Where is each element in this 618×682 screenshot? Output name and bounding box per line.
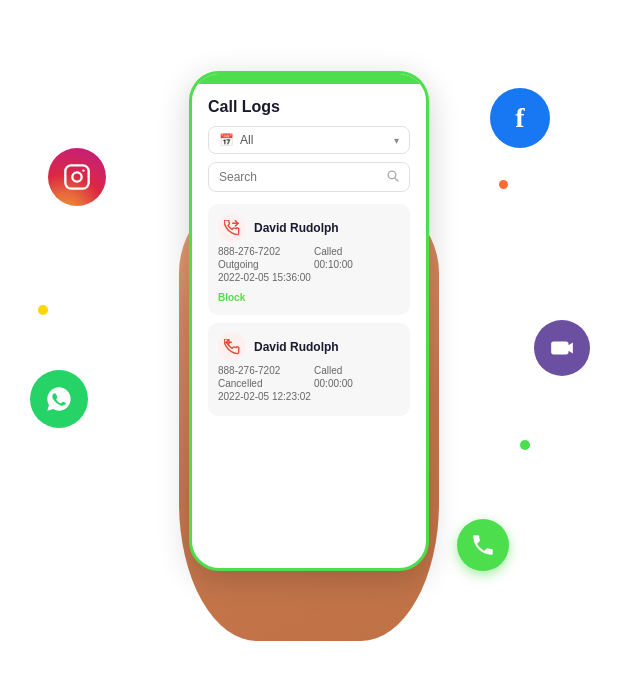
instagram-icon bbox=[48, 148, 106, 206]
block-button-1[interactable]: Block bbox=[218, 292, 245, 303]
status-label-1: Called bbox=[314, 246, 342, 257]
direction-label-2: Cancelled bbox=[218, 378, 298, 389]
svg-point-2 bbox=[82, 169, 84, 171]
filter-label: All bbox=[240, 133, 388, 147]
call-entry-2: David Rudolph 888-276-7202 Called Cancel… bbox=[208, 323, 410, 416]
svg-line-4 bbox=[395, 178, 398, 181]
filter-dropdown[interactable]: 📅 All ▾ bbox=[208, 126, 410, 154]
entry-row-1b: Outgoing 00:10:00 bbox=[218, 259, 400, 270]
call-icon-container-1 bbox=[218, 214, 246, 242]
whatsapp-icon bbox=[30, 370, 88, 428]
call-entry-1: David Rudolph 888-276-7202 Called Outgoi… bbox=[208, 204, 410, 315]
svg-rect-0 bbox=[65, 165, 88, 188]
entry-header-2: David Rudolph bbox=[218, 333, 400, 361]
direction-label-1: Outgoing bbox=[218, 259, 298, 270]
calendar-icon: 📅 bbox=[219, 133, 234, 147]
duration-label-2: 00:00:00 bbox=[314, 378, 353, 389]
entry-row-1a: 888-276-7202 Called bbox=[218, 246, 400, 257]
datetime-label-2: 2022-02-05 12:23:02 bbox=[218, 391, 400, 402]
phone-frame: Call Logs 📅 All ▾ bbox=[189, 71, 429, 571]
search-icon bbox=[386, 169, 399, 185]
dot-orange bbox=[499, 180, 508, 189]
call-name-2: David Rudolph bbox=[254, 340, 339, 354]
chevron-down-icon: ▾ bbox=[394, 135, 399, 146]
dot-yellow bbox=[38, 305, 48, 315]
search-input[interactable] bbox=[219, 170, 380, 184]
number-label-1: 888-276-7202 bbox=[218, 246, 298, 257]
entry-header-1: David Rudolph bbox=[218, 214, 400, 242]
page-title: Call Logs bbox=[208, 98, 410, 116]
number-label-2: 888-276-7202 bbox=[218, 365, 298, 376]
svg-point-1 bbox=[72, 172, 81, 181]
dot-green bbox=[520, 440, 530, 450]
entry-row-2b: Cancelled 00:00:00 bbox=[218, 378, 400, 389]
scene-container: Call Logs 📅 All ▾ bbox=[119, 51, 499, 631]
status-label-2: Called bbox=[314, 365, 342, 376]
call-name-1: David Rudolph bbox=[254, 221, 339, 235]
duration-label-1: 00:10:00 bbox=[314, 259, 353, 270]
call-fab-button[interactable] bbox=[457, 519, 509, 571]
search-bar[interactable] bbox=[208, 162, 410, 192]
entry-row-2a: 888-276-7202 Called bbox=[218, 365, 400, 376]
datetime-label-1: 2022-02-05 15:36:00 bbox=[218, 272, 400, 283]
phone-top-bar bbox=[192, 74, 426, 84]
zoom-icon bbox=[534, 320, 590, 376]
phone-content: Call Logs 📅 All ▾ bbox=[192, 84, 426, 424]
facebook-icon: f bbox=[490, 88, 550, 148]
call-icon-container-2 bbox=[218, 333, 246, 361]
